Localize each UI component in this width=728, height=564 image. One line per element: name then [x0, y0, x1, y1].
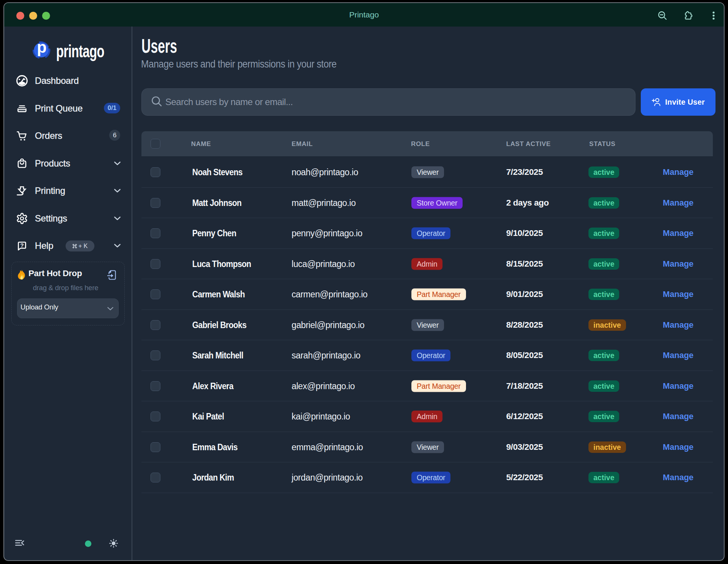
svg-text:?: ? [20, 242, 24, 248]
svg-text:p: p [37, 41, 47, 56]
